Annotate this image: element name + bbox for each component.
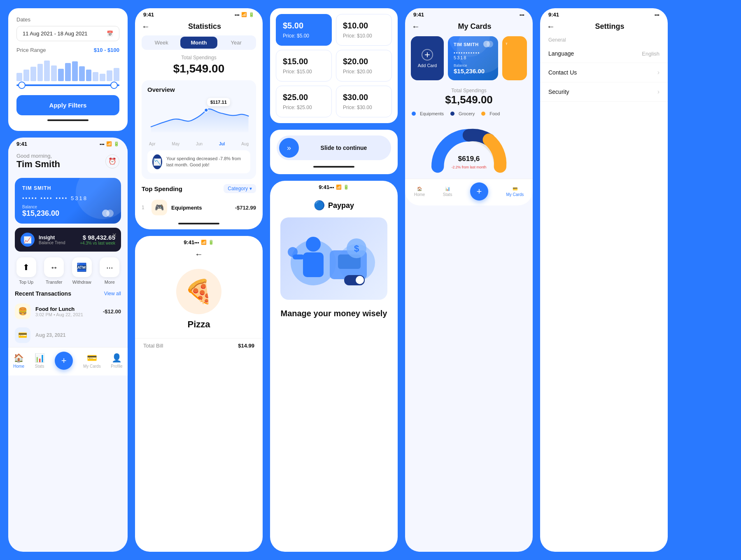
nav-profile[interactable]: 👤 Profile (111, 353, 122, 369)
histogram-bar-1 (23, 70, 29, 81)
paypay-logo: 🔵 Paypay (314, 200, 354, 211)
tab-month[interactable]: Month (180, 37, 218, 49)
chart-label-jun: Jun (196, 142, 203, 146)
status-bar: 9:41 ▪▪▪ 📶 🔋 (8, 138, 128, 149)
cards-nav-label-mc: My Cards (506, 192, 524, 197)
stats-status-icons: ▪▪▪📶🔋 (235, 12, 254, 17)
svg-rect-11 (303, 252, 324, 277)
calendar-icon: 📅 (107, 30, 113, 37)
profile-nav-icon: 👤 (112, 353, 122, 363)
histogram-bar-12 (100, 74, 105, 81)
mycards-nav-stats[interactable]: 📊 Stats (443, 187, 452, 197)
slide-panel: » Slide to continue (270, 130, 398, 174)
mycards-nav-home[interactable]: 🏠 Home (414, 187, 425, 197)
histogram-bar-0 (16, 73, 22, 81)
home-header: Good morning, Tim Smith ⏰ (8, 149, 128, 178)
legend-food: Food (489, 111, 500, 116)
chevron-down-icon: ▾ (249, 186, 252, 191)
histogram-bar-7 (65, 63, 71, 81)
price-range-header: Price Range $10 - $100 (16, 47, 119, 56)
settings-security-row[interactable]: Security › (540, 82, 668, 102)
slide-bar: » Slide to continue (277, 135, 391, 160)
bill-label: Total Bill (143, 343, 163, 349)
nav-cards[interactable]: 💳 My Cards (83, 353, 101, 369)
category-filter-button[interactable]: Category ▾ (224, 184, 256, 193)
date-input[interactable]: 11 Aug 2021 - 18 Aug 2021 📅 (16, 26, 119, 41)
nav-stats[interactable]: 📊 Stats (35, 353, 45, 369)
total-spendings-label: Total Spendings (135, 55, 263, 61)
histogram (16, 61, 119, 81)
topup-card-5[interactable]: $30.00 Price: $30.00 (336, 86, 392, 117)
settings-status-bar: 9:41 ▪▪▪ (540, 8, 668, 19)
home-nav-icon-mc: 🏠 (417, 187, 422, 191)
legend-dot-grocery (450, 112, 454, 116)
settings-contact-row[interactable]: Contact Us › (540, 63, 668, 82)
topup-card-4[interactable]: $25.00 Price: $25.00 (276, 86, 332, 117)
topup-card-3[interactable]: $20.00 Price: $20.00 (336, 50, 392, 82)
more-action[interactable]: ··· More (100, 257, 119, 285)
histogram-bar-3 (37, 64, 43, 81)
view-all-link[interactable]: View all (104, 291, 121, 296)
fab-button[interactable]: + (55, 352, 73, 370)
add-card-label: Add Card (418, 63, 437, 68)
legend-equipments: Equipments (420, 111, 444, 116)
legend-row: Equipments Grocery Food (405, 109, 533, 119)
paypay-svg-illustration: $ (280, 217, 387, 300)
topup-card-0[interactable]: $5.00 Price: $5.00 (276, 14, 332, 46)
slide-button[interactable]: » (279, 138, 299, 158)
withdraw-action[interactable]: 🏧 Withdraw (72, 257, 92, 285)
add-icon: + (422, 49, 433, 61)
stats-nav-label: Stats (35, 364, 44, 369)
topup-price-3: Price: $20.00 (343, 69, 385, 75)
price-range-value: $10 - $100 (94, 47, 119, 56)
transaction-item: 🍔 Food for Lunch 3:02 PM • Aug 22, 2021 … (8, 299, 128, 323)
pizza-back-button[interactable]: ← (195, 250, 203, 259)
transfer-label: Transfer (46, 280, 63, 285)
transaction-name: Food for Lunch (35, 306, 83, 312)
insight-msg-text: Your spending decreased -7.8% from last … (166, 156, 245, 168)
topup-amount-4: $25.00 (283, 93, 325, 102)
pizza-status-bar: 9:41 ▪▪▪📶🔋 (175, 236, 222, 247)
stats-back-button[interactable]: ← (142, 22, 150, 31)
pizza-header: ← (188, 247, 210, 261)
status-icons: ▪▪▪ 📶 🔋 (100, 141, 119, 147)
range-thumb-right[interactable] (110, 82, 118, 89)
wifi-icon: 📶 (106, 141, 112, 147)
tab-week[interactable]: Week (143, 37, 180, 49)
mycards-nav-cards[interactable]: 💳 My Cards (506, 187, 524, 197)
paypay-illustration: $ (280, 217, 387, 300)
cards-nav-icon-mc: 💳 (513, 187, 517, 191)
quick-actions: ⬆ Top Up ↔ Transfer 🏧 Withdraw ··· More (8, 252, 128, 288)
chevron-right-icon-security: › (657, 88, 659, 96)
language-value: English (642, 51, 659, 57)
slide-text: Slide to continue (299, 145, 389, 151)
close-icon[interactable]: ✕ (112, 232, 117, 238)
topup-card-2[interactable]: $15.00 Price: $15.00 (276, 50, 332, 82)
home-indicator (47, 119, 89, 121)
chart-area: $117.11 (147, 97, 250, 138)
range-thumb-left[interactable] (18, 82, 26, 89)
apply-filters-button[interactable]: Apply Filters (16, 95, 119, 115)
bill-row: Total Bill $14.99 (135, 338, 263, 353)
clock-button[interactable]: ⏰ (105, 154, 119, 168)
signal-icon: ▪▪▪ (100, 142, 105, 147)
settings-back-button[interactable]: ← (547, 22, 555, 31)
topup-card-1[interactable]: $10.00 Price: $10.00 (336, 14, 392, 46)
total-spendings-section: Total Spendings $1,549.00 (405, 84, 533, 109)
mycards-back-button[interactable]: ← (412, 22, 420, 31)
chart-tooltip: $117.11 (207, 98, 230, 106)
tab-year[interactable]: Year (217, 37, 255, 49)
mycards-fab[interactable]: + (470, 182, 488, 201)
transaction-amount: -$12.00 (103, 308, 121, 315)
mastercard-icon (100, 209, 115, 218)
topup-action[interactable]: ⬆ Top Up (16, 257, 36, 285)
settings-language-row[interactable]: Language English (540, 44, 668, 63)
add-card-button[interactable]: + Add Card (411, 36, 444, 80)
pizza-icon: 🍕 (176, 269, 221, 314)
histogram-bar-8 (72, 61, 78, 81)
settings-screen: 9:41 ▪▪▪ ← Settings General Language Eng… (540, 8, 668, 552)
transfer-action[interactable]: ↔ Transfer (44, 257, 64, 285)
settings-page-title: Settings (558, 22, 661, 31)
range-slider[interactable] (16, 84, 119, 86)
nav-home[interactable]: 🏠 Home (13, 353, 24, 369)
